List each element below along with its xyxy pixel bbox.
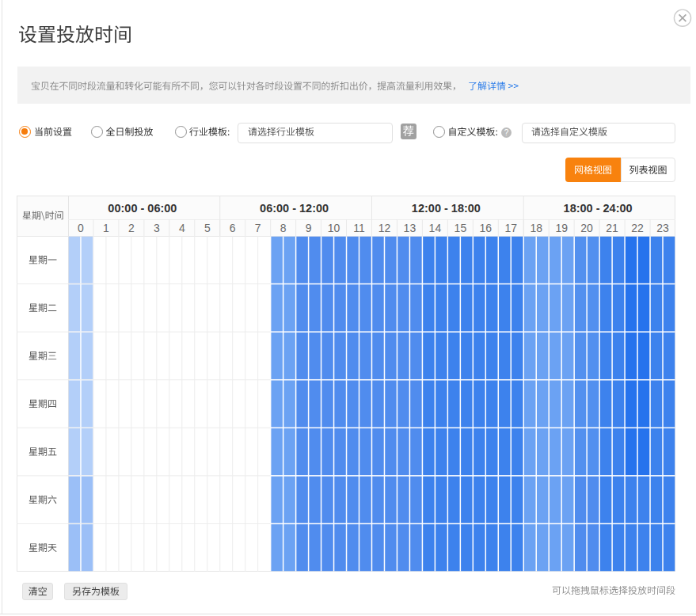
svg-text:12: 12 (378, 222, 391, 234)
svg-text:16: 16 (480, 222, 493, 234)
svg-text:13: 13 (404, 222, 416, 234)
svg-text:17: 17 (505, 222, 518, 234)
svg-text:14: 14 (429, 222, 442, 234)
svg-text:4: 4 (179, 222, 185, 234)
svg-text:11: 11 (353, 222, 365, 234)
svg-text:00:00 - 06:00: 00:00 - 06:00 (108, 202, 177, 215)
svg-text:22: 22 (631, 222, 644, 234)
svg-text:5: 5 (204, 222, 211, 234)
svg-text:0: 0 (78, 222, 84, 234)
svg-text:1: 1 (103, 222, 109, 234)
svg-text:18: 18 (530, 222, 542, 234)
svg-text:8: 8 (280, 222, 287, 234)
svg-text:12:00 - 18:00: 12:00 - 18:00 (412, 202, 481, 215)
svg-text:06:00 - 12:00: 06:00 - 12:00 (260, 202, 329, 215)
svg-text:23: 23 (656, 222, 669, 234)
svg-text:20: 20 (580, 222, 593, 234)
svg-text:9: 9 (306, 222, 312, 234)
svg-text:19: 19 (555, 222, 568, 234)
svg-text:21: 21 (606, 222, 618, 234)
svg-text:15: 15 (454, 222, 467, 234)
svg-text:2: 2 (128, 222, 135, 234)
svg-text:3: 3 (154, 222, 160, 234)
svg-text:7: 7 (255, 222, 261, 234)
svg-text:6: 6 (230, 222, 236, 234)
svg-text:18:00 - 24:00: 18:00 - 24:00 (564, 202, 633, 215)
svg-text:10: 10 (328, 222, 340, 234)
